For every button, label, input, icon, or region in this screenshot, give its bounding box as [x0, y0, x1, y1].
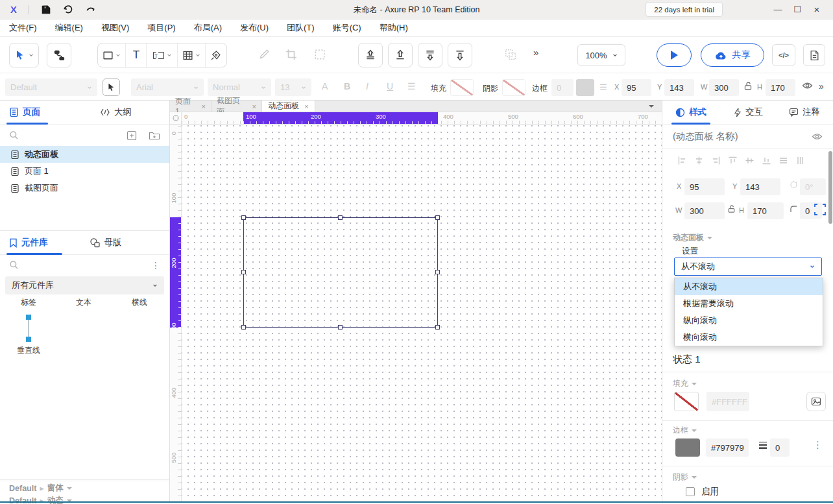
border-section-header[interactable]: 边框 — [673, 425, 697, 436]
border-more-kebab-icon[interactable]: ⋮ — [813, 439, 823, 451]
close-tab-icon[interactable]: × — [252, 102, 256, 110]
preview-button[interactable] — [657, 43, 692, 67]
tab-style[interactable]: 样式 — [675, 106, 706, 118]
x-field[interactable]: 95 — [684, 178, 725, 195]
resize-handle-sw[interactable] — [241, 325, 246, 330]
add-page-icon[interactable] — [127, 130, 137, 141]
selected-dynamic-panel-widget[interactable] — [243, 217, 438, 328]
canvas-tab-screenshot[interactable]: 截图页面 × — [211, 101, 262, 112]
resize-handle-e[interactable] — [435, 270, 440, 274]
h-field[interactable]: 170 — [747, 202, 784, 219]
design-canvas[interactable] — [182, 125, 662, 503]
style-picker-button[interactable] — [103, 78, 120, 96]
select-tool-button[interactable] — [9, 43, 39, 67]
widget-name-input[interactable] — [673, 131, 803, 141]
undo-icon[interactable] — [63, 5, 73, 15]
search-icon[interactable] — [9, 130, 19, 140]
page-item-page1[interactable]: 页面 1 — [0, 163, 169, 180]
close-button[interactable]: × — [807, 0, 827, 19]
menu-file[interactable]: 文件(F) — [0, 19, 46, 37]
widget-label-tag[interactable]: 标签 — [9, 297, 48, 308]
selection-frame-icon[interactable] — [814, 203, 827, 216]
lock-ratio-icon[interactable] — [743, 81, 753, 91]
stylebar-more-button[interactable]: » — [819, 81, 823, 91]
fill-image-button[interactable] — [806, 392, 826, 411]
section-header-form[interactable]: Default ▸ 窗体 — [9, 483, 72, 494]
tab-outline[interactable]: 大纲 — [100, 106, 132, 118]
export-code-button[interactable]: </> — [772, 44, 795, 66]
style-preset-select[interactable]: Default — [5, 78, 97, 96]
menu-publish[interactable]: 发布(U) — [231, 19, 278, 37]
align-right-icon[interactable] — [712, 156, 720, 165]
fill-swatch[interactable] — [450, 79, 474, 96]
search-icon[interactable] — [9, 260, 19, 270]
y-field[interactable]: 143 — [664, 79, 694, 96]
shadow-swatch[interactable] — [502, 79, 525, 96]
w-field[interactable]: 300 — [684, 202, 725, 219]
table-tool-button[interactable] — [178, 43, 206, 67]
align-center-icon[interactable] — [695, 156, 703, 165]
y-field[interactable]: 143 — [740, 178, 780, 195]
align-left-icon[interactable] — [678, 156, 686, 165]
tab-interactions[interactable]: 交互 — [734, 106, 763, 118]
pen-tool-button[interactable] — [206, 43, 226, 67]
kebab-menu-icon[interactable]: ⋮ — [151, 260, 160, 270]
distribute-vertical-icon[interactable] — [796, 156, 804, 165]
resize-handle-w[interactable] — [241, 270, 246, 274]
dropdown-option-never-scroll[interactable]: 从不滚动 — [675, 278, 823, 295]
add-folder-icon[interactable] — [149, 130, 160, 141]
label-tool-button[interactable]: T — [147, 43, 177, 67]
panel-scrollbar[interactable] — [828, 151, 832, 224]
menu-account[interactable]: 账号(C) — [324, 19, 370, 37]
tab-masters[interactable]: 母版 — [90, 237, 122, 248]
share-button[interactable]: 共享 — [701, 43, 764, 67]
canvas-tab-page1[interactable]: 页面 1 × — [170, 101, 211, 112]
border-color-swatch[interactable] — [675, 438, 700, 457]
align-top-icon[interactable] — [729, 156, 737, 165]
font-size-select[interactable]: 13 — [275, 78, 311, 96]
connector-tool-button[interactable] — [47, 43, 71, 67]
menu-help[interactable]: 帮助(H) — [370, 19, 417, 37]
minimize-button[interactable]: — — [768, 0, 788, 19]
resize-handle-ne[interactable] — [435, 215, 440, 220]
widget-label-text[interactable]: 文本 — [64, 297, 103, 308]
zoom-select[interactable]: 100% — [577, 44, 625, 66]
toolbar-more-button[interactable]: » — [533, 47, 537, 58]
x-field[interactable]: 95 — [622, 79, 651, 96]
tab-notes[interactable]: 注释 — [789, 106, 820, 118]
visibility-eye-icon[interactable] — [802, 81, 813, 90]
bring-forward-button[interactable] — [388, 43, 413, 67]
tab-widget-library[interactable]: 元件库 — [9, 237, 48, 248]
maximize-button[interactable]: ☐ — [788, 0, 807, 19]
send-to-back-button[interactable] — [418, 43, 442, 67]
border-color-swatch[interactable] — [576, 79, 594, 96]
fill-color-swatch[interactable] — [674, 392, 699, 411]
dropdown-option-vertical-scroll[interactable]: 纵向滚动 — [675, 312, 823, 329]
bring-to-front-button[interactable] — [358, 43, 383, 67]
save-icon[interactable] — [41, 5, 51, 15]
shadow-enable-checkbox[interactable] — [686, 487, 695, 496]
align-middle-icon[interactable] — [745, 156, 754, 165]
menu-team[interactable]: 团队(T) — [278, 19, 324, 37]
resize-handle-nw[interactable] — [241, 215, 246, 220]
trial-badge[interactable]: 22 days left in trial — [646, 2, 723, 17]
resize-handle-n[interactable] — [338, 215, 343, 220]
documentation-button[interactable] — [803, 44, 825, 66]
ruler-origin-toggle[interactable] — [170, 112, 182, 125]
border-width-field[interactable]: 0 — [770, 438, 790, 457]
redo-icon[interactable] — [85, 5, 95, 15]
tab-list-menu-icon[interactable] — [649, 101, 662, 112]
menu-layout[interactable]: 布局(A) — [185, 19, 231, 37]
menu-project[interactable]: 项目(P) — [138, 19, 184, 37]
shadow-section-header[interactable]: 阴影 — [673, 472, 697, 483]
text-tool-button[interactable]: T — [126, 43, 147, 67]
page-item-screenshot[interactable]: 截图页面 — [0, 180, 169, 197]
send-backward-button[interactable] — [448, 43, 472, 67]
font-weight-select[interactable]: Normal — [208, 78, 271, 96]
resize-handle-se[interactable] — [435, 325, 440, 330]
h-field[interactable]: 170 — [766, 79, 795, 96]
widget-vertical-line[interactable]: 垂直线 — [9, 314, 48, 352]
close-tab-icon[interactable]: × — [304, 102, 308, 110]
visibility-eye-icon[interactable] — [812, 132, 823, 141]
canvas-tab-dynamic-panel[interactable]: 动态面板 × — [262, 101, 315, 112]
